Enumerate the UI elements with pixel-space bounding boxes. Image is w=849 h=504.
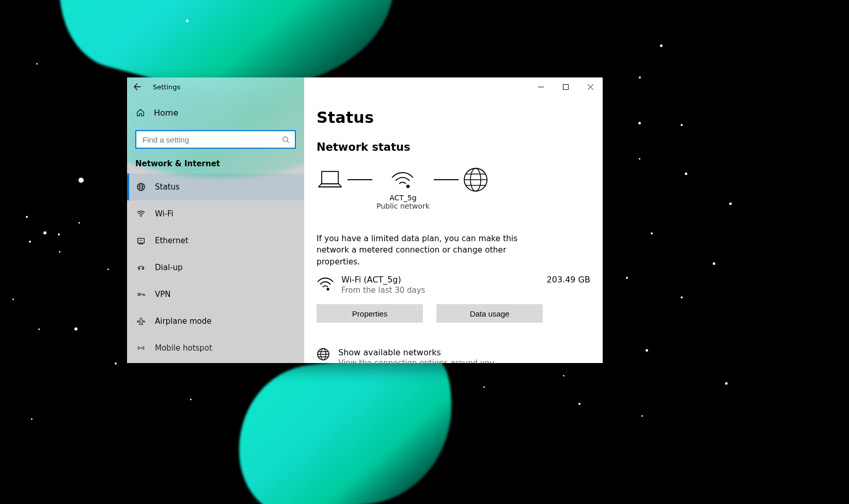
- connection-period: From the last 30 days: [341, 286, 534, 295]
- wifi-conn-icon: [317, 275, 341, 292]
- svg-point-9: [140, 348, 142, 349]
- section-title: Network status: [317, 141, 590, 153]
- ethernet-icon: [135, 236, 147, 245]
- globe-large-icon: [463, 168, 489, 192]
- diagram-computer: [317, 168, 343, 192]
- diagram-network-type: Public network: [376, 202, 430, 210]
- search-input[interactable]: [143, 131, 282, 148]
- wifi-large-icon: [390, 168, 416, 192]
- svg-rect-10: [322, 171, 338, 184]
- settings-window: Settings Home: [127, 77, 603, 363]
- connection-row: Wi-Fi (ACT_5g) From the last 30 days 203…: [317, 275, 590, 295]
- show-networks-subtitle: View the connection options around you.: [338, 358, 497, 363]
- svg-point-4: [140, 216, 142, 217]
- sidebar-item-dialup[interactable]: Dial-up: [127, 254, 304, 281]
- close-button[interactable]: [578, 77, 603, 96]
- diagram-line: [343, 168, 376, 192]
- sidebar-item-wifi[interactable]: Wi-Fi: [127, 200, 304, 227]
- sidebar-item-label: VPN: [155, 290, 171, 299]
- diagram-internet: [463, 168, 489, 192]
- data-usage-value: 203.49 GB: [534, 275, 590, 285]
- network-list-icon: [317, 348, 330, 361]
- sidebar-item-hotspot[interactable]: Mobile hotspot: [127, 335, 304, 361]
- sidebar-item-ethernet[interactable]: Ethernet: [127, 227, 304, 254]
- svg-point-6: [138, 268, 140, 270]
- svg-point-14: [326, 288, 329, 291]
- back-button[interactable]: [127, 77, 148, 96]
- dialup-icon: [135, 263, 147, 272]
- svg-point-8: [138, 293, 140, 296]
- maximize-icon: [563, 84, 569, 90]
- sidebar-item-label: Airplane mode: [155, 317, 212, 326]
- search-icon: [282, 136, 290, 144]
- sidebar-item-label: Mobile hotspot: [155, 343, 212, 353]
- airplane-icon: [135, 317, 147, 326]
- sidebar-item-status[interactable]: Status: [127, 174, 304, 200]
- sidebar-item-airplane[interactable]: Airplane mode: [127, 308, 304, 335]
- maximize-button[interactable]: [553, 77, 578, 96]
- window-title: Settings: [148, 77, 180, 96]
- svg-point-11: [406, 185, 410, 188]
- show-available-networks[interactable]: Show available networks View the connect…: [317, 348, 590, 363]
- connection-name: Wi-Fi (ACT_5g): [341, 275, 534, 285]
- window-titlebar[interactable]: Settings: [127, 77, 603, 96]
- data-usage-button[interactable]: Data usage: [436, 304, 543, 323]
- home-icon: [135, 108, 146, 117]
- page-title: Status: [317, 108, 590, 127]
- metered-description: If you have a limited data plan, you can…: [317, 233, 549, 267]
- network-diagram: ACT_5g Public network: [317, 168, 590, 210]
- sidebar: Home Network & Internet Status: [127, 77, 304, 363]
- globe-icon: [135, 182, 147, 192]
- sidebar-item-label: Wi-Fi: [155, 209, 174, 218]
- diagram-router: ACT_5g Public network: [376, 168, 430, 210]
- diagram-network-name: ACT_5g: [389, 194, 416, 202]
- home-nav[interactable]: Home: [127, 100, 304, 125]
- minimize-icon: [538, 84, 544, 90]
- sidebar-item-label: Status: [155, 182, 180, 192]
- svg-point-7: [142, 268, 144, 270]
- show-networks-title: Show available networks: [338, 348, 497, 357]
- sidebar-item-vpn[interactable]: VPN: [127, 281, 304, 308]
- close-icon: [588, 84, 593, 90]
- laptop-icon: [317, 168, 343, 192]
- content: Status Network status ACT_5g Public netw…: [304, 77, 603, 363]
- vpn-icon: [135, 290, 147, 299]
- sidebar-item-label: Dial-up: [155, 263, 183, 272]
- back-arrow-icon: [133, 83, 142, 91]
- sidebar-category: Network & Internet: [127, 156, 304, 171]
- svg-rect-5: [138, 239, 145, 243]
- search-wrap: [135, 130, 296, 149]
- sidebar-nav: Status Wi-Fi Ethernet: [127, 174, 304, 361]
- properties-button[interactable]: Properties: [317, 304, 423, 323]
- hotspot-icon: [135, 343, 147, 353]
- sidebar-item-label: Ethernet: [155, 236, 188, 245]
- minimize-button[interactable]: [528, 77, 553, 96]
- home-label: Home: [154, 108, 178, 118]
- svg-point-1: [283, 136, 288, 141]
- svg-rect-0: [563, 84, 568, 89]
- diagram-line: [430, 168, 463, 192]
- wifi-icon: [135, 209, 147, 218]
- search-input-container[interactable]: [135, 130, 296, 149]
